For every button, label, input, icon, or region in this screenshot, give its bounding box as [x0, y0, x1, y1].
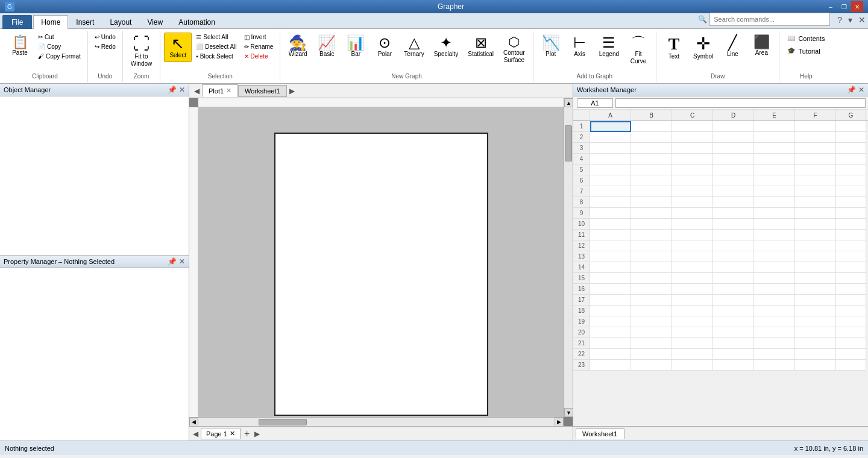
- sheet-cell[interactable]: [590, 284, 631, 295]
- sheet-cell[interactable]: [713, 295, 754, 306]
- sheet-cell[interactable]: [590, 338, 631, 349]
- sheet-cell[interactable]: [672, 316, 713, 327]
- tab-file[interactable]: File: [2, 15, 32, 29]
- sheet-cell[interactable]: [672, 197, 713, 208]
- sheet-cell[interactable]: [672, 143, 713, 154]
- sheet-cell[interactable]: [590, 186, 631, 197]
- delete-button[interactable]: ✕ Delete: [241, 52, 277, 61]
- sheet-cell[interactable]: [713, 175, 754, 186]
- sheet-cell[interactable]: [836, 360, 866, 371]
- sheet-cell[interactable]: [713, 186, 754, 197]
- sheet-cell[interactable]: [754, 143, 795, 154]
- sheet-cell[interactable]: [836, 284, 866, 295]
- sheet-cell[interactable]: [836, 165, 866, 175]
- sheet-cell[interactable]: [590, 165, 631, 175]
- copy-button[interactable]: 📄 Copy: [35, 42, 84, 51]
- page-tab-1[interactable]: Page 1 ✕: [201, 428, 241, 439]
- tab-worksheet1[interactable]: Worksheet1: [238, 85, 287, 97]
- legend-button[interactable]: ☰ Legend: [595, 33, 623, 61]
- sheet-cell[interactable]: [713, 197, 754, 208]
- scroll-right-arrow[interactable]: ▶: [555, 418, 564, 427]
- sheet-cell[interactable]: [795, 251, 836, 262]
- sheet-cell[interactable]: [795, 121, 836, 132]
- col-header-d[interactable]: D: [713, 110, 754, 121]
- sheet-cell[interactable]: [754, 284, 795, 295]
- sheet-cell[interactable]: [795, 360, 836, 371]
- sheet-cell[interactable]: [713, 262, 754, 273]
- sheet-cell[interactable]: [631, 165, 672, 175]
- sheet-cell[interactable]: [754, 165, 795, 175]
- sheet-cell[interactable]: [754, 219, 795, 230]
- sheet-cell[interactable]: [631, 186, 672, 197]
- sheet-cell[interactable]: [713, 306, 754, 316]
- ternary-button[interactable]: △ Ternary: [400, 33, 428, 61]
- sheet-cell[interactable]: [795, 273, 836, 284]
- sheet-cell[interactable]: [672, 338, 713, 349]
- sheet-cell[interactable]: [754, 175, 795, 186]
- sheet-cell[interactable]: [713, 154, 754, 165]
- sheet-cell[interactable]: [836, 143, 866, 154]
- axis-button[interactable]: ⊢ Axis: [566, 33, 594, 61]
- sheet-cell[interactable]: [631, 349, 672, 360]
- sheet-cell[interactable]: [590, 306, 631, 316]
- copy-format-button[interactable]: 🖌 Copy Format: [35, 52, 84, 61]
- sheet-cell[interactable]: [754, 230, 795, 240]
- sheet-cell[interactable]: [631, 251, 672, 262]
- wizard-button[interactable]: 🧙 Wizard: [284, 33, 312, 61]
- sheet-cell[interactable]: [795, 175, 836, 186]
- sheet-cell[interactable]: [631, 327, 672, 338]
- sheet-cell[interactable]: [672, 273, 713, 284]
- sheet-cell[interactable]: [631, 240, 672, 251]
- cut-button[interactable]: ✂ Cut: [35, 33, 84, 42]
- sheet-cell[interactable]: [713, 284, 754, 295]
- col-header-f[interactable]: F: [795, 110, 836, 121]
- sheet-cell[interactable]: [795, 262, 836, 273]
- block-select-button[interactable]: ▪ Block Select: [193, 52, 239, 61]
- sheet-cell[interactable]: [754, 349, 795, 360]
- sheet-cell[interactable]: [631, 121, 672, 132]
- sheet-cell[interactable]: [754, 338, 795, 349]
- sheet-cell[interactable]: [672, 284, 713, 295]
- page-tab-1-close[interactable]: ✕: [230, 430, 235, 438]
- col-header-b[interactable]: B: [631, 110, 672, 121]
- tab-home[interactable]: Home: [33, 15, 68, 29]
- sheet-cell[interactable]: [713, 143, 754, 154]
- sheet-cell[interactable]: [713, 132, 754, 143]
- sheet-cell[interactable]: [631, 197, 672, 208]
- sheet-cell[interactable]: [795, 230, 836, 240]
- scroll-left-arrow[interactable]: ◀: [189, 418, 198, 427]
- text-button[interactable]: T Text: [660, 33, 688, 63]
- sheet-cell[interactable]: [836, 251, 866, 262]
- sheet-cell[interactable]: [590, 230, 631, 240]
- sheet-cell[interactable]: [836, 121, 866, 132]
- sheet-cell[interactable]: [836, 327, 866, 338]
- sheet-cell[interactable]: [672, 165, 713, 175]
- tab-nav-right[interactable]: ▶: [287, 86, 297, 96]
- sheet-cell[interactable]: [672, 219, 713, 230]
- scroll-down-arrow[interactable]: ▼: [564, 408, 573, 417]
- sheet-cell[interactable]: [590, 273, 631, 284]
- sheet-cell[interactable]: [672, 240, 713, 251]
- sheet-cell[interactable]: [795, 165, 836, 175]
- sheet-cell[interactable]: [672, 208, 713, 219]
- sheet-cell[interactable]: [713, 240, 754, 251]
- sheet-cell[interactable]: [672, 121, 713, 132]
- sheet-cell[interactable]: [631, 219, 672, 230]
- sheet-cell[interactable]: [631, 175, 672, 186]
- sheet-cell[interactable]: [836, 132, 866, 143]
- col-header-g[interactable]: G: [836, 110, 866, 121]
- worksheet-manager-close[interactable]: ✕: [858, 86, 864, 94]
- formula-bar[interactable]: [615, 98, 866, 108]
- sheet-cell[interactable]: [836, 338, 866, 349]
- sheet-cell[interactable]: [590, 262, 631, 273]
- plot-canvas[interactable]: [198, 107, 564, 417]
- tab-nav-left[interactable]: ◀: [192, 86, 202, 96]
- sheet-cell[interactable]: [713, 316, 754, 327]
- sheet-cell[interactable]: [631, 132, 672, 143]
- sheet-cell[interactable]: [631, 262, 672, 273]
- sheet-cell[interactable]: [672, 295, 713, 306]
- sheet-cell[interactable]: [590, 132, 631, 143]
- sheet-body[interactable]: 1234567891011121314151617181920212223: [573, 121, 868, 426]
- sheet-cell[interactable]: [590, 251, 631, 262]
- search-input[interactable]: [709, 13, 830, 26]
